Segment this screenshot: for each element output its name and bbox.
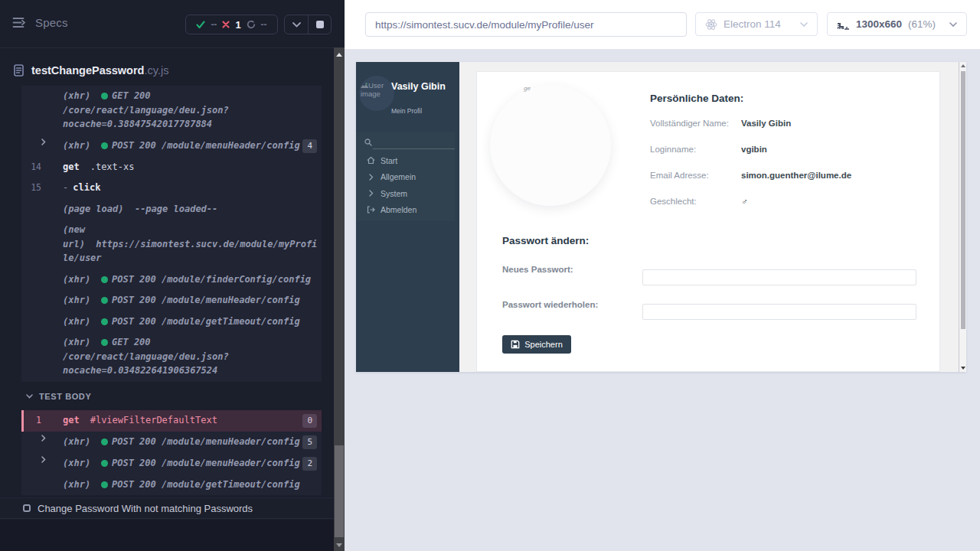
chevron-down-icon — [26, 394, 33, 399]
xhr-line: (xhr)POST 200 /module/getTimeout/config — [63, 315, 317, 329]
browser-label: Electron 114 — [724, 18, 781, 30]
sidebar-item-label: System — [381, 189, 407, 198]
row-body: (xhr)POST 200 /module/finderConfig/confi… — [63, 272, 317, 287]
chevron-icon — [367, 190, 375, 197]
xhr-label: (xhr) — [63, 335, 101, 350]
sidebar-item-abmelden[interactable]: Abmelden — [356, 202, 455, 218]
scrollbar-thumb[interactable] — [335, 445, 344, 537]
collapse-all-button[interactable] — [285, 15, 308, 34]
log-note-line: le/user — [63, 251, 317, 266]
xhr-row[interactable]: (xhr)GET 200/core/react/language/deu.jso… — [21, 86, 322, 135]
status-dot — [101, 339, 108, 346]
command-prefix: - — [63, 182, 68, 193]
scroll-down-arrow[interactable] — [336, 543, 342, 547]
spec-name: testChangePassword — [31, 64, 144, 77]
test-stats: -- 1 -- — [185, 15, 278, 34]
xhr-row[interactable]: (xhr)POST 200 /module/menuHeader/config2 — [21, 453, 322, 474]
command-row[interactable]: 15-click — [21, 178, 322, 199]
xhr-request: POST 200 /module/getTimeout/config — [112, 316, 300, 327]
field-value: simon.guenther@ilume.de — [741, 171, 851, 180]
pending-icon — [247, 20, 256, 29]
pending-test-row[interactable]: Change Password With not matching Passwo… — [0, 497, 334, 519]
browser-select[interactable]: Electron 114 — [695, 12, 818, 36]
command-arg: #lviewFilterDefaultText — [90, 415, 217, 425]
viewport-size: 1300x660 — [856, 18, 902, 30]
repeat-password-input[interactable] — [642, 304, 916, 320]
sidebar-item-start[interactable]: Start — [356, 152, 455, 168]
expand-chevron-icon[interactable] — [41, 456, 63, 463]
logout-icon — [367, 206, 375, 214]
stop-button[interactable] — [308, 15, 331, 34]
app-search-field[interactable] — [356, 132, 455, 150]
xhr-row[interactable]: (xhr)POST 200 /module/finderConfig/confi… — [21, 269, 322, 291]
xhr-row[interactable]: (xhr)POST 200 /module/menuHeader/config5 — [21, 432, 322, 453]
runner-scrollbar[interactable] — [334, 47, 345, 551]
status-dot — [101, 460, 108, 467]
row-body: (newurl) https://simontest.sucv.de/modul… — [63, 223, 317, 266]
row-body: (xhr)GET 200/core/react/language/deu.jso… — [63, 89, 317, 132]
user-avatar-broken: Userimage — [359, 76, 394, 111]
command-row[interactable]: 14get.text-xs — [21, 157, 322, 178]
xhr-request: POST 200 /module/menuHeader/config — [112, 458, 300, 468]
log-note-line: (page load) --page loaded-- — [63, 202, 317, 217]
passed-icon — [196, 21, 205, 29]
command-arg: .text-xs — [90, 161, 135, 172]
pending-count: -- — [261, 19, 267, 30]
xhr-row[interactable]: (xhr)POST 200 /module/getTimeout/config — [21, 311, 322, 333]
spec-extension: .cy.js — [144, 64, 168, 77]
log-note-line: url) https://simontest.sucv.de/module/my… — [63, 237, 317, 252]
pending-test-name: Change Password With not matching Passwo… — [38, 503, 253, 514]
row-body: (xhr)POST 200 /module/menuHeader/config — [63, 293, 317, 308]
field-label: Loginname: — [650, 145, 741, 154]
xhr-row[interactable]: (xhr)POST 200 /module/getTimeout/config — [21, 474, 322, 496]
xhr-url-line: /core/react/language/deu.json? — [63, 350, 317, 364]
xhr-row[interactable]: (xhr)POST 200 /module/menuHeader/config4 — [21, 135, 322, 157]
save-button[interactable]: Speichern — [502, 335, 571, 354]
xhr-request: GET 200 — [112, 90, 151, 101]
scroll-up-arrow[interactable] — [336, 53, 342, 57]
row-body: (xhr)POST 200 /module/menuHeader/config — [63, 456, 302, 471]
sidebar-item-label: Abmelden — [381, 205, 416, 214]
chevron-down-icon — [800, 22, 808, 27]
viewport-info[interactable]: 1300x660 (61%) — [827, 12, 967, 36]
expand-chevron-icon[interactable] — [41, 435, 63, 442]
specs-title[interactable]: Specs — [35, 16, 68, 29]
status-dot — [101, 297, 108, 304]
new-password-input[interactable] — [642, 269, 916, 285]
test-body-section[interactable]: TEST BODY — [21, 387, 322, 406]
sidebar-item-allgemein[interactable]: Allgemein — [356, 169, 455, 185]
sidebar-item-system[interactable]: System — [356, 185, 455, 201]
test-runner-panel: Specs -- 1 -- testChangePassword.cy.js 0… — [0, 0, 345, 551]
row-body: (xhr)POST 200 /module/getTimeout/config — [63, 315, 317, 329]
status-dot — [101, 142, 108, 149]
xhr-url-line: nocache=0.38847542017787884 — [63, 117, 317, 132]
scrollbar-thumb[interactable] — [961, 71, 965, 329]
failed-icon — [222, 21, 230, 28]
command-line: get#lviewFilterDefaultText — [63, 413, 302, 428]
xhr-row[interactable]: (xhr)GET 200/core/react/language/deu.jso… — [21, 332, 322, 382]
row-body: (xhr)POST 200 /module/getTimeout/config — [63, 478, 317, 492]
expand-chevron-icon[interactable] — [41, 139, 63, 145]
app-user-name[interactable]: Vasily Gibin — [391, 80, 454, 93]
app-scrollbar[interactable] — [959, 62, 966, 372]
log-note-row[interactable]: (page load) --page loaded-- — [21, 199, 322, 220]
xhr-request: POST 200 /module/menuHeader/config — [112, 295, 300, 305]
runner-toolbar: Electron 114 1300x660 (61%) — [345, 0, 980, 49]
scroll-up-arrow[interactable] — [961, 64, 965, 67]
row-body: get.text-xs — [63, 160, 317, 174]
scroll-down-arrow[interactable] — [961, 367, 965, 370]
url-input[interactable] — [365, 12, 687, 37]
collapse-specs-icon[interactable] — [12, 17, 28, 28]
xhr-row[interactable]: (xhr)POST 200 /module/menuHeader/config — [21, 290, 322, 311]
header-divider — [0, 47, 334, 48]
sidebar-item-label: Allgemein — [381, 172, 416, 181]
event-count-badge: 4 — [302, 139, 317, 153]
log-note-row[interactable]: (newurl) https://simontest.sucv.de/modul… — [21, 220, 322, 269]
row-body: get#lviewFilterDefaultText — [63, 413, 302, 428]
broken-image-icon — [361, 82, 368, 90]
profile-field-row: Loginname:vgibin — [650, 145, 767, 154]
spec-file-header[interactable]: testChangePassword.cy.js 00:30 — [0, 60, 334, 81]
panel-bottom-area — [0, 520, 334, 551]
command-row[interactable]: 1get#lviewFilterDefaultText0 — [21, 410, 322, 432]
stop-icon — [316, 21, 324, 28]
